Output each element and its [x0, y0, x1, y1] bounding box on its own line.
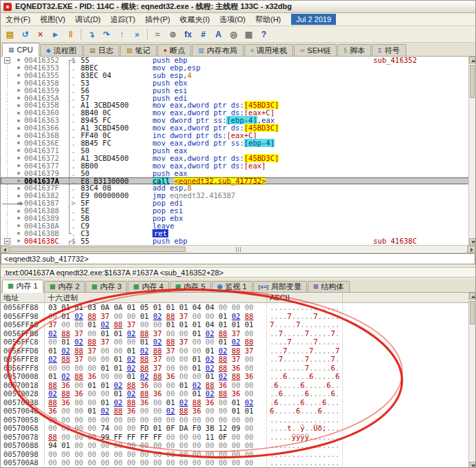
disasm-row[interactable]: 00416359│.56push esi [1, 87, 475, 95]
tab-locals[interactable]: [x=]局部变量 [253, 281, 307, 292]
step-into-icon[interactable]: ↴ [84, 28, 99, 41]
scroll-up-icon[interactable] [469, 293, 475, 300]
fold-line [1, 124, 13, 132]
menu-item[interactable]: 帮助(H) [250, 13, 286, 26]
memory-icon[interactable]: ▦ [241, 28, 256, 41]
memory-row[interactable]: 0056FFF800 00 00 00 01 01 02 88 37 00 00… [1, 364, 475, 373]
run-icon[interactable]: ► [48, 28, 63, 41]
memory-row[interactable]: 0057007888 00 00 00 99 FF FF FF FF 00 00… [1, 433, 475, 442]
instr-dot [13, 95, 24, 102]
instr-dot [13, 162, 24, 170]
fx-icon[interactable]: fx [181, 28, 195, 41]
scrollbar-thumb[interactable] [470, 65, 475, 98]
settings-icon[interactable]: ⊕ [166, 28, 180, 41]
memory-row[interactable]: 0056FFC800 01 02 88 37 00 00 01 02 88 37… [1, 338, 475, 347]
memory-row[interactable]: 0057008894 01 00 00 00 00 00 00 00 00 00… [1, 441, 475, 450]
fold-icon[interactable] [1, 57, 13, 64]
tab-graph[interactable]: ◆流程图 [40, 44, 83, 56]
toolbar-separator [147, 29, 148, 39]
fold-line [1, 87, 13, 95]
breakpoints-tab-icon: ● [163, 48, 167, 54]
pause-icon[interactable]: ‖ [63, 28, 78, 41]
disasm-row[interactable]: 0041638C┌$55push ebpsub_41638C [1, 237, 475, 245]
tab-cpu[interactable]: ▦CPU [2, 43, 39, 57]
restart-icon[interactable]: ↺ [18, 28, 32, 41]
tab-notes[interactable]: ▧笔记 [120, 44, 157, 56]
memory-row[interactable]: 0056FFA837 00 00 01 02 88 37 00 00 01 01… [1, 320, 475, 329]
tab-dump1[interactable]: ▦内存 1 [2, 280, 43, 293]
open-folder-icon[interactable]: ▤ [3, 28, 17, 41]
menu-item[interactable]: 视图(V) [35, 13, 70, 26]
instr-dot [13, 147, 24, 155]
menu-item[interactable]: 插件(P) [140, 13, 175, 26]
memory-row[interactable]: 0057003888 36 00 00 01 02 88 36 00 01 02… [1, 398, 475, 407]
menu-item[interactable]: 选项(O) [215, 13, 250, 26]
disasm-row[interactable]: 00416358│.53push ebx [1, 79, 475, 87]
memory-row[interactable]: 0056FFE802 88 37 00 00 01 02 88 37 00 00… [1, 355, 475, 364]
instr-dot [13, 215, 24, 222]
scrollbar-thumb[interactable] [10, 246, 186, 252]
memory-row[interactable]: 0057009800 00 00 00 00 00 00 00 00 00 00… [1, 450, 475, 459]
memory-vertical-scrollbar[interactable] [468, 293, 475, 468]
memory-hex: 00 00 00 00 74 00 00 FD 01 0F DA F0 3B 1… [45, 424, 267, 433]
az-icon[interactable]: A [211, 28, 226, 41]
hash-icon[interactable]: # [196, 28, 210, 41]
memory-address: 0056FF98 [1, 312, 45, 321]
memory-row[interactable]: 0057001888 36 00 01 01 02 88 36 00 00 01… [1, 381, 475, 390]
tab-label: 内存 5 [184, 282, 205, 292]
instr-dot [13, 207, 24, 215]
stop-icon[interactable]: × [33, 28, 48, 41]
memory-row[interactable]: 005700A800 00 00 00 00 00 00 00 00 00 00… [1, 458, 475, 467]
tab-breakpoints[interactable]: ●断点 [157, 44, 191, 56]
menu-item[interactable]: 追踪(T) [106, 13, 140, 26]
splitter-grip[interactable] [236, 247, 242, 252]
scroll-down-icon[interactable] [469, 462, 475, 468]
menu-item[interactable]: 收藏夹(I) [175, 13, 215, 26]
tab-script[interactable]: §脚本 [337, 44, 371, 56]
tab-dump5[interactable]: ▦内存 5 [170, 281, 211, 292]
memory-row[interactable]: 0057000801 02 88 36 00 00 01 02 88 36 00… [1, 372, 475, 381]
step-over-icon[interactable]: ↷ [99, 28, 114, 41]
tab-struct[interactable]: ⊞结构体 [308, 281, 350, 292]
scroll-up-icon[interactable] [469, 57, 475, 64]
tab-dump3[interactable]: ▦内存 3 [86, 281, 127, 292]
disasm-row[interactable]: 00416379│.50push eax [1, 170, 475, 177]
help-icon[interactable]: ? [257, 28, 271, 41]
fold-icon[interactable] [1, 237, 13, 245]
memory-row[interactable]: 0057004836 00 00 01 02 88 36 00 00 02 88… [1, 407, 475, 416]
memory-row[interactable]: 0057002802 88 36 00 00 01 02 88 36 00 00… [1, 389, 475, 398]
fold-line [1, 101, 13, 109]
tab-dump4[interactable]: ▦内存 4 [128, 281, 169, 292]
tab-dump2[interactable]: ▦内存 2 [44, 281, 86, 292]
menu-item[interactable]: 文件(F) [1, 13, 35, 26]
memory-row[interactable]: 0056FFB802 88 37 00 01 01 02 88 37 00 00… [1, 329, 475, 338]
symbols-tab-icon: Σ [378, 48, 382, 54]
tab-symbols[interactable]: Σ符号 [372, 44, 406, 56]
build-date-badge: Jul 2 2019 [291, 14, 336, 25]
tab-log[interactable]: ▤日志 [83, 44, 120, 56]
fold-line [1, 184, 13, 192]
memory-row[interactable]: 0057006800 00 00 00 74 00 00 FD 01 0F DA… [1, 424, 475, 433]
run-to-cursor-icon[interactable]: » [130, 28, 144, 41]
memory-row[interactable]: 0056FF8803 01 01 03 0A 0A 01 05 01 01 01… [1, 303, 475, 312]
memory-address: 00570008 [1, 372, 45, 381]
tab-call-stack[interactable]: ≡调用堆栈 [244, 44, 293, 56]
disasm-bytes: 8B00 [81, 162, 144, 170]
trace-icon[interactable]: ≈ [150, 28, 165, 41]
scrollbar-thumb[interactable] [470, 301, 475, 324]
scroll-left-icon[interactable] [1, 246, 9, 253]
disasm-horizontal-scrollbar[interactable] [1, 245, 475, 253]
tab-seh[interactable]: ∞SEH链 [294, 44, 337, 56]
search-icon[interactable]: ◎ [226, 28, 241, 41]
scroll-right-icon[interactable] [467, 246, 475, 253]
disasm-vertical-scrollbar[interactable] [468, 57, 475, 245]
tab-watch1[interactable]: ◉监视 1 [212, 281, 252, 292]
memory-row[interactable]: 0056FFD801 02 88 37 00 00 01 02 88 37 00… [1, 347, 475, 355]
scroll-down-icon[interactable] [469, 238, 475, 245]
memory-row[interactable]: 0056FF9800 01 02 88 37 00 00 01 02 88 37… [1, 312, 475, 321]
step-out-icon[interactable]: ↑ [115, 28, 129, 41]
tab-memory-map[interactable]: ▥内存布局 [192, 44, 244, 56]
memory-row[interactable]: 0057005800 00 00 00 00 00 00 00 00 00 00… [1, 416, 475, 425]
menu-item[interactable]: 调试(D) [70, 13, 106, 26]
disasm-row[interactable]: 00416377│.8B00mov eax,dword ptr ds:[eax] [1, 162, 475, 170]
